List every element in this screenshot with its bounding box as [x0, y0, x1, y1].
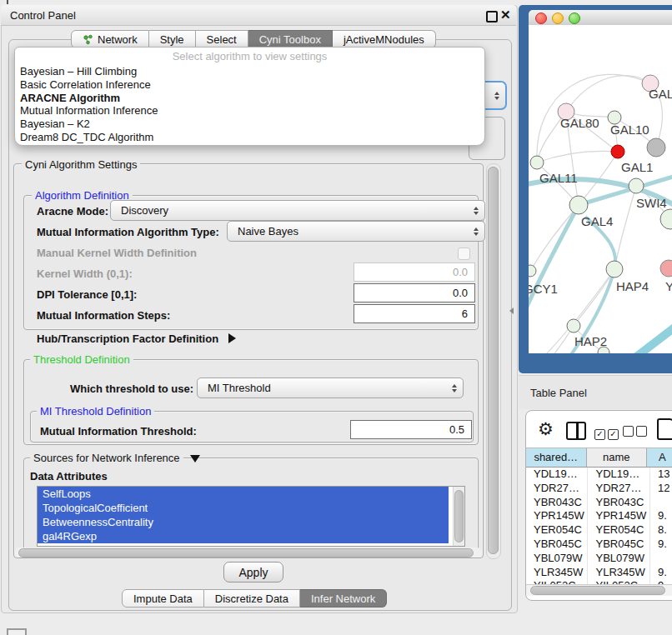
tab-style[interactable]: Style	[149, 30, 196, 48]
mi-steps-field[interactable]: 6	[354, 304, 475, 323]
dpi-tolerance-value: 0.0	[453, 287, 468, 299]
network-edge[interactable]	[614, 186, 636, 269]
tab-jactivemnodules[interactable]: jActiveMNodules	[333, 30, 436, 48]
dropdown-item[interactable]: Dream8 DC_TDC Algorithm	[20, 131, 479, 144]
manual-kernel-checkbox[interactable]	[458, 248, 470, 260]
hub-expand-arrow-icon[interactable]	[228, 333, 236, 343]
table-hscrollbar-thumb[interactable]	[530, 586, 665, 595]
settings-vscrollbar[interactable]	[486, 163, 501, 559]
zoom-traffic-light-icon[interactable]	[569, 12, 580, 24]
control-panel-titlebar[interactable]	[1, 5, 516, 26]
aracne-mode-combo[interactable]: Discovery	[110, 200, 485, 221]
list-item[interactable]: SelfLoops	[38, 487, 449, 501]
network-node[interactable]	[569, 196, 588, 214]
dropdown-item[interactable]: Mutual Information Inference	[20, 104, 479, 118]
tab-select[interactable]: Select	[196, 30, 248, 48]
list-item[interactable]: gal4RGexp	[38, 529, 449, 543]
collapsed-panel-icon[interactable]	[7, 628, 27, 635]
list-vscrollbar[interactable]	[453, 487, 464, 546]
tab-discretize-data[interactable]: Discretize Data	[204, 589, 300, 608]
minimize-traffic-light-icon[interactable]	[552, 12, 564, 24]
network-node[interactable]	[629, 178, 644, 193]
column-header-shared[interactable]: shared…	[526, 448, 587, 467]
table-row[interactable]: YLR345WYLR345W9.	[526, 566, 672, 580]
table-body: YDL19…YDL19…13 YDR27…YDR27…12 YBR043CYBR…	[526, 468, 672, 584]
dpi-tolerance-label: DPI Tolerance [0,1]:	[37, 288, 137, 301]
table-row[interactable]: YBR045CYBR045C9.	[526, 538, 672, 552]
table-row[interactable]: YDL19…YDL19…13	[526, 468, 672, 482]
tab-cyni-toolbox[interactable]: Cyni Toolbox	[248, 30, 333, 48]
mi-type-combo[interactable]: Naive Bayes	[227, 221, 485, 242]
list-vscrollbar-thumb[interactable]	[454, 490, 464, 542]
column-header-third[interactable]: A	[647, 448, 672, 467]
float-icon[interactable]	[486, 11, 498, 22]
mi-threshold-field[interactable]: 0.5	[350, 420, 472, 439]
tab-impute-data[interactable]: Impute Data	[122, 589, 204, 608]
close-traffic-light-icon[interactable]	[535, 12, 547, 24]
table-row[interactable]: YER054CYER054C8.	[526, 523, 672, 538]
network-node[interactable]	[647, 138, 665, 157]
cyni-settings-title: Cyni Algorithm Settings	[22, 158, 140, 171]
settings-vscrollbar-thumb[interactable]	[488, 167, 499, 554]
dropdown-item[interactable]: Basic Correlation Inference	[20, 78, 479, 92]
network-node-label: HAP2	[574, 334, 607, 348]
which-threshold-combo[interactable]: MI Threshold	[197, 378, 464, 398]
table-row[interactable]: YBR043CYBR043C	[526, 496, 672, 510]
table-row[interactable]: YPR145WYPR145W9.	[526, 509, 672, 523]
control-panel-tabs: Network Style Select Cyni Toolbox jActiv…	[71, 30, 436, 48]
apply-button-label: Apply	[238, 566, 268, 579]
panel-resize-handle-icon[interactable]	[509, 308, 514, 314]
threshold-definition-title: Threshold Definition	[30, 353, 133, 366]
aracne-mode-label: Aracne Mode:	[37, 205, 108, 218]
dropdown-item[interactable]: Bayesian – K2	[20, 118, 479, 131]
table-row[interactable]: YBL079WYBL079W	[526, 552, 672, 566]
tab-network[interactable]: Network	[71, 30, 149, 48]
network-node[interactable]	[529, 265, 536, 277]
dropdown-items: Bayesian – Hill Climbing Basic Correlati…	[20, 65, 479, 144]
data-attributes-list[interactable]: SelfLoops TopologicalCoefficient Between…	[37, 486, 465, 547]
document-icon[interactable]	[657, 418, 672, 440]
dropdown-item-selected[interactable]: ARACNE Algorithm	[20, 92, 479, 105]
network-node[interactable]	[567, 319, 580, 332]
table-widget: ⚙ ✓✓ shared… name A YDL19…YDL19…13 YDR27…	[525, 410, 672, 601]
network-edge[interactable]	[537, 151, 618, 162]
list-item[interactable]: BetweennessCentrality	[38, 515, 449, 529]
column-header-name[interactable]: name	[587, 448, 648, 467]
network-node[interactable]	[606, 261, 623, 278]
application-root: Control Panel ✕ Network Style Select Cyn…	[0, 0, 672, 635]
network-node[interactable]	[611, 145, 624, 158]
network-node-label: GAL4	[581, 214, 613, 228]
tab-infer-network[interactable]: Infer Network	[300, 589, 387, 608]
network-graph[interactable]: GALGAL80GAL10GAL1GAL11SWI4GAL4GCY1HAP4YH…	[534, 25, 672, 353]
table-hscrollbar[interactable]	[526, 584, 672, 596]
network-canvas[interactable]: GALGAL80GAL10GAL1GAL11SWI4GAL4GCY1HAP4YH…	[529, 25, 672, 353]
gear-icon[interactable]: ⚙	[538, 420, 554, 438]
mi-steps-label: Mutual Information Steps:	[37, 309, 170, 322]
dpi-tolerance-field[interactable]: 0.0	[354, 283, 475, 302]
network-edge[interactable]	[566, 76, 650, 112]
settings-hscrollbar-thumb[interactable]	[18, 548, 474, 558]
tab-select-label: Select	[207, 33, 237, 46]
network-node-label: HAP4	[616, 279, 649, 293]
select-all-checks-icon[interactable]: ✓✓	[594, 425, 621, 440]
network-window-titlebar[interactable]	[529, 10, 672, 26]
network-node[interactable]	[530, 156, 544, 169]
deselect-all-checks-icon[interactable]	[623, 425, 649, 440]
algorithm-dropdown-popup: Select algorithm to view settings Bayesi…	[14, 47, 485, 146]
sources-collapse-arrow-icon[interactable]	[190, 455, 200, 462]
network-node-label: GAL80	[560, 116, 599, 130]
network-node[interactable]	[660, 209, 672, 229]
dropdown-item[interactable]: Bayesian – Hill Climbing	[20, 65, 479, 78]
columns-icon[interactable]	[566, 422, 586, 440]
kernel-width-field[interactable]: 0.0	[354, 262, 475, 282]
apply-button[interactable]: Apply	[223, 562, 283, 582]
network-node-label: GAL	[649, 87, 672, 101]
combo-arrows-icon	[474, 207, 479, 215]
network-edge[interactable]	[632, 322, 672, 353]
network-node[interactable]	[660, 260, 672, 277]
mi-type-label: Mutual Information Algorithm Type:	[37, 226, 219, 238]
table-row[interactable]: YDR27…YDR27…12	[526, 482, 672, 496]
close-icon[interactable]: ✕	[500, 9, 511, 21]
settings-hscrollbar[interactable]	[15, 548, 482, 558]
list-item[interactable]: TopologicalCoefficient	[38, 501, 449, 515]
